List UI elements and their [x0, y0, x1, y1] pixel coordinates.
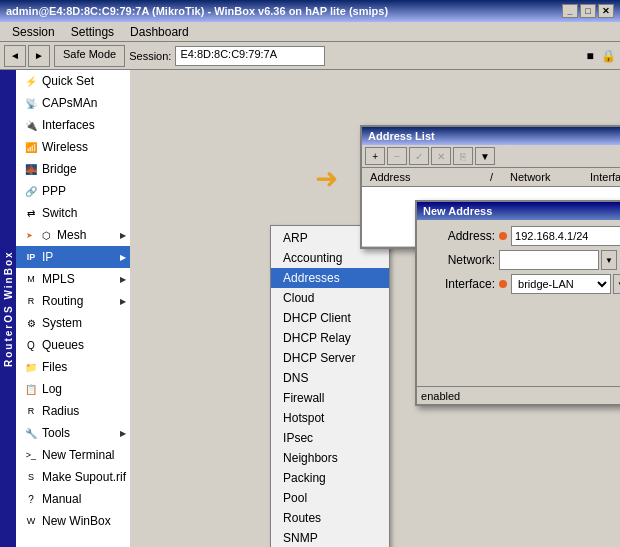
status-text: enabled	[421, 390, 460, 402]
col-slash: /	[486, 170, 506, 184]
mesh-icon: ⬡	[39, 228, 53, 242]
sidebar-item-radius[interactable]: R Radius	[16, 400, 130, 422]
ip-submenu-cloud[interactable]: Cloud	[271, 288, 389, 308]
sidebar-item-manual[interactable]: ? Manual	[16, 488, 130, 510]
col-network: Network	[506, 170, 586, 184]
sidebar-item-interfaces[interactable]: 🔌 Interfaces	[16, 114, 130, 136]
network-row: Network: ▼	[425, 250, 620, 270]
close-button[interactable]: ✕	[598, 4, 614, 18]
menu-dashboard[interactable]: Dashboard	[122, 23, 197, 41]
sidebar-item-mpls[interactable]: M MPLS ▶	[16, 268, 130, 290]
ip-submenu-snmp[interactable]: SNMP	[271, 528, 389, 547]
new-address-status: enabled	[417, 386, 620, 404]
sidebar-item-wireless[interactable]: 📶 Wireless	[16, 136, 130, 158]
address-input-wrapper: ➤	[499, 226, 620, 246]
ip-submenu-addresses[interactable]: Addresses	[271, 268, 389, 288]
nav-buttons: ◄ ►	[4, 45, 50, 67]
ip-submenu-routes[interactable]: Routes	[271, 508, 389, 528]
interface-dropdown[interactable]: ▼	[613, 274, 620, 294]
sidebar-item-log[interactable]: 📋 Log	[16, 378, 130, 400]
tools-arrow: ▶	[120, 429, 126, 438]
forward-button[interactable]: ►	[28, 45, 50, 67]
interface-input-wrapper: bridge-LAN ▼	[499, 274, 620, 294]
mpls-arrow: ▶	[120, 275, 126, 284]
capsman-icon: 📡	[24, 96, 38, 110]
sidebar-item-make-supout[interactable]: S Make Supout.rif	[16, 466, 130, 488]
network-dropdown[interactable]: ▼	[601, 250, 617, 270]
interface-select[interactable]: bridge-LAN	[511, 274, 611, 294]
sidebar-item-capsman[interactable]: 📡 CAPsMAn	[16, 92, 130, 114]
sidebar-item-quickset[interactable]: ⚡ Quick Set	[16, 70, 130, 92]
wireless-icon: 📶	[24, 140, 38, 154]
ip-submenu-firewall[interactable]: Firewall	[271, 388, 389, 408]
mesh-indicator: ➤	[24, 230, 34, 240]
ip-submenu: ARP Accounting Addresses Cloud DHCP Clie…	[270, 225, 390, 547]
screen-icon: ■	[582, 48, 598, 64]
sidebar-item-files[interactable]: 📁 Files	[16, 356, 130, 378]
address-field[interactable]	[511, 226, 620, 246]
col-address: Address	[366, 170, 486, 184]
interface-row: Interface: bridge-LAN ▼	[425, 274, 620, 294]
minimize-button[interactable]: _	[562, 4, 578, 18]
bridge-icon: 🌉	[24, 162, 38, 176]
sidebar-item-routing[interactable]: R Routing ▶	[16, 290, 130, 312]
filter-button[interactable]: ▼	[475, 147, 495, 165]
sidebar-item-bridge[interactable]: 🌉 Bridge	[16, 158, 130, 180]
supout-icon: S	[24, 470, 38, 484]
back-button[interactable]: ◄	[4, 45, 26, 67]
new-address-title-bar: New Address _ □ ✕	[417, 202, 620, 220]
sidebar-item-new-terminal[interactable]: >_ New Terminal	[16, 444, 130, 466]
radius-icon: R	[24, 404, 38, 418]
ip-submenu-accounting[interactable]: Accounting	[271, 248, 389, 268]
address-list-title-bar: Address List _ □ ✕	[362, 127, 620, 145]
ip-submenu-dhcp-relay[interactable]: DHCP Relay	[271, 328, 389, 348]
check-button[interactable]: ✓	[409, 147, 429, 165]
x-button[interactable]: ✕	[431, 147, 451, 165]
ip-submenu-hotspot[interactable]: Hotspot	[271, 408, 389, 428]
session-input[interactable]: E4:8D:8C:C9:79:7A	[175, 46, 325, 66]
manual-icon: ?	[24, 492, 38, 506]
menu-settings[interactable]: Settings	[63, 23, 122, 41]
sidebar-item-switch[interactable]: ⇄ Switch	[16, 202, 130, 224]
quickset-icon: ⚡	[24, 74, 38, 88]
switch-icon: ⇄	[24, 206, 38, 220]
ip-submenu-dhcp-server[interactable]: DHCP Server	[271, 348, 389, 368]
network-field[interactable]	[499, 250, 599, 270]
routing-arrow: ▶	[120, 297, 126, 306]
system-icon: ⚙	[24, 316, 38, 330]
sidebar-item-mesh[interactable]: ➤ ⬡ Mesh ▶	[16, 224, 130, 246]
sidebar-item-new-winbox[interactable]: W New WinBox	[16, 510, 130, 532]
ppp-icon: 🔗	[24, 184, 38, 198]
ip-submenu-dhcp-client[interactable]: DHCP Client	[271, 308, 389, 328]
terminal-icon: >_	[24, 448, 38, 462]
copy-toolbar-button[interactable]: ⎘	[453, 147, 473, 165]
sidebar-item-tools[interactable]: 🔧 Tools ▶	[16, 422, 130, 444]
new-address-content: Address: ➤ Network: ▼	[417, 220, 620, 404]
routing-icon: R	[24, 294, 38, 308]
col-interface: Interface	[586, 170, 620, 184]
ip-arrow: ▶	[120, 253, 126, 262]
sidebar-item-queues[interactable]: Q Queues	[16, 334, 130, 356]
safe-mode-button[interactable]: Safe Mode	[54, 45, 125, 67]
new-address-dialog: New Address _ □ ✕ Address: ➤	[415, 200, 620, 406]
queues-icon: Q	[24, 338, 38, 352]
sidebar-item-system[interactable]: ⚙ System	[16, 312, 130, 334]
ip-submenu-neighbors[interactable]: Neighbors	[271, 448, 389, 468]
ip-submenu-pool[interactable]: Pool	[271, 488, 389, 508]
session-label: Session:	[129, 50, 171, 62]
brand-bar: RouterOS WinBox	[0, 70, 16, 547]
add-address-button[interactable]: +	[365, 147, 385, 165]
interface-label: Interface:	[425, 277, 495, 291]
remove-address-button[interactable]: −	[387, 147, 407, 165]
maximize-button[interactable]: □	[580, 4, 596, 18]
menu-session[interactable]: Session	[4, 23, 63, 41]
ip-submenu-ipsec[interactable]: IPsec	[271, 428, 389, 448]
ip-submenu-dns[interactable]: DNS	[271, 368, 389, 388]
title-text: admin@E4:8D:8C:C9:79:7A (MikroTik) - Win…	[6, 5, 388, 17]
sidebar-item-ppp[interactable]: 🔗 PPP	[16, 180, 130, 202]
winbox-icon: W	[24, 514, 38, 528]
interface-dot	[499, 280, 507, 288]
ip-submenu-packing[interactable]: Packing	[271, 468, 389, 488]
window-controls: _ □ ✕	[562, 4, 614, 18]
sidebar-item-ip[interactable]: IP IP ▶	[16, 246, 130, 268]
